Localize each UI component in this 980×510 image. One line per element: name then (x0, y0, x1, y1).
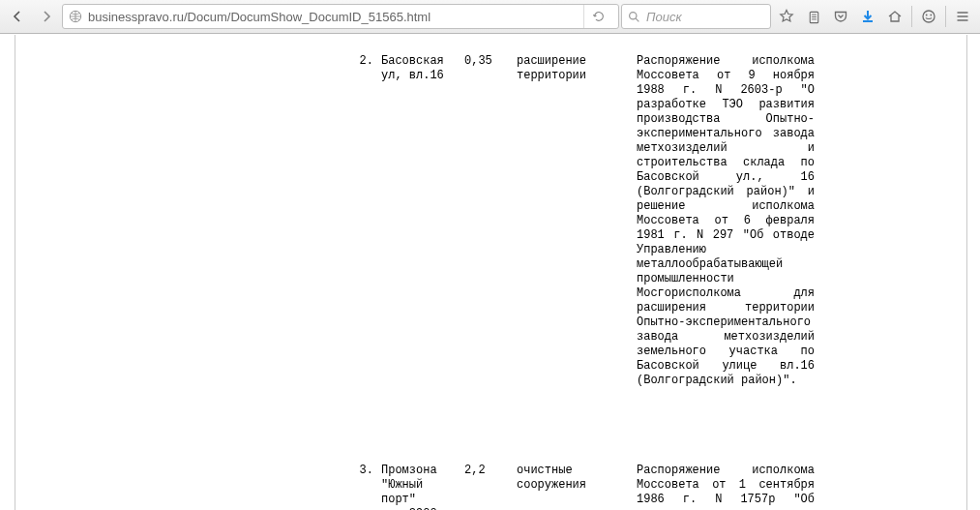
url-text: businesspravo.ru/Docum/DocumShow_DocumID… (88, 10, 578, 24)
smile-icon[interactable] (915, 4, 942, 29)
row-value: 0,35 (464, 54, 517, 69)
search-placeholder: Поиск (646, 10, 682, 24)
download-icon[interactable] (854, 4, 881, 29)
row-address: Промзона "Южный порт" п.п.3900 (381, 464, 464, 510)
svg-point-1 (630, 12, 637, 18)
row-description: Распоряжение исполкома Моссовета от 9 но… (637, 54, 815, 388)
search-box[interactable]: Поиск (621, 4, 771, 29)
table-row: 3. Промзона "Южный порт" п.п.3900 2,2 оч… (31, 464, 951, 510)
browser-toolbar: businesspravo.ru/Docum/DocumShow_DocumID… (0, 0, 980, 34)
row-address: Басовская ул, вл.16 (381, 54, 464, 83)
pocket-icon[interactable] (827, 4, 854, 29)
svg-point-3 (923, 11, 935, 22)
address-bar[interactable]: businesspravo.ru/Docum/DocumShow_DocumID… (62, 4, 619, 29)
row-description: Распоряжение исполкома Моссовета от 1 се… (637, 464, 815, 510)
row-value: 2,2 (464, 464, 517, 478)
toolbar-separator (945, 6, 946, 27)
search-icon (628, 11, 640, 23)
row-number: 2. (350, 54, 381, 69)
table-row: 2. Басовская ул, вл.16 0,35 расширение т… (31, 54, 951, 388)
content-frame: 2. Басовская ул, вл.16 0,35 расширение т… (0, 34, 980, 510)
refresh-button[interactable] (583, 5, 612, 28)
toolbar-separator (911, 6, 912, 27)
row-number: 3. (350, 464, 381, 478)
svg-point-5 (930, 15, 932, 16)
menu-icon[interactable] (949, 4, 976, 29)
home-icon[interactable] (881, 4, 908, 29)
forward-button[interactable] (33, 4, 60, 29)
back-button[interactable] (4, 4, 31, 29)
clipboard-icon[interactable] (800, 4, 827, 29)
row-purpose: очистные сооружения (517, 464, 604, 493)
svg-point-4 (926, 15, 928, 16)
document-page: 2. Басовская ул, вл.16 0,35 расширение т… (15, 35, 967, 510)
document-table: 2. Басовская ул, вл.16 0,35 расширение т… (31, 54, 951, 510)
toolbar-icons (773, 4, 976, 29)
row-purpose: расширение территории (517, 54, 604, 83)
star-icon[interactable] (773, 4, 800, 29)
globe-icon (69, 10, 82, 23)
